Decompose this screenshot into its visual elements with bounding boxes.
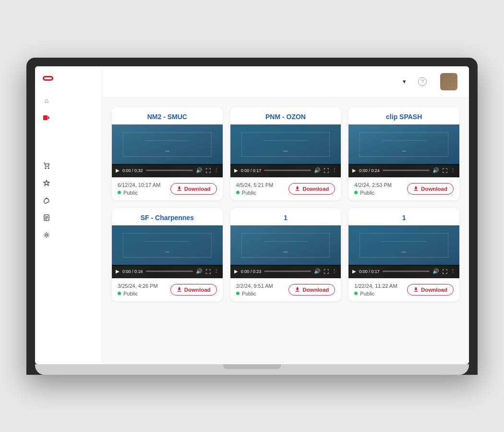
progress-bar[interactable]	[383, 271, 430, 272]
volume-icon[interactable]: 🔊	[432, 167, 439, 173]
download-button[interactable]: Download	[407, 284, 454, 296]
court-dash-line	[382, 140, 426, 141]
play-button[interactable]: ▶	[234, 168, 238, 173]
video-meta: 3/25/24, 4:26 PM Public	[118, 283, 158, 296]
video-thumbnail[interactable]: ▶ 0:00 / 0:23 🔊 ⛶ ⋮	[230, 225, 341, 278]
user-info[interactable]	[436, 73, 457, 90]
play-button[interactable]: ▶	[352, 168, 356, 173]
progress-bar[interactable]	[146, 271, 193, 272]
sidebar-item-setup-support[interactable]	[35, 227, 102, 243]
video-meta: 4/5/24, 5:21 PM Public	[236, 182, 274, 196]
video-time: 0:00 / 0:17	[359, 269, 380, 274]
video-date: 4/2/24, 2:53 PM	[354, 182, 392, 188]
volume-icon[interactable]: 🔊	[432, 268, 439, 274]
court-right-line	[448, 132, 448, 157]
download-icon	[295, 186, 300, 191]
video-thumbnail[interactable]: ▶ 0:00 / 0:16 🔊 ⛶ ⋮	[112, 225, 223, 278]
chevron-down-icon: ▾	[403, 78, 406, 85]
svg-rect-11	[414, 190, 418, 191]
video-status: Public	[236, 190, 274, 196]
orders-icon	[43, 162, 50, 170]
video-title: SF - Charpennes	[112, 208, 223, 225]
avatar[interactable]	[440, 73, 457, 90]
svg-point-8	[46, 234, 48, 236]
more-icon[interactable]: ⋮	[332, 268, 337, 274]
progress-bar[interactable]	[146, 170, 193, 171]
sidebar: ⌂	[35, 66, 102, 364]
video-time: 0:00 / 0:16	[122, 269, 143, 274]
court-center-line	[402, 151, 406, 151]
video-controls: ▶ 0:00 / 0:17 🔊 ⛶ ⋮	[348, 265, 459, 278]
fullscreen-icon[interactable]: ⛶	[205, 168, 211, 173]
fullscreen-icon[interactable]: ⛶	[324, 269, 329, 274]
status-dot	[236, 191, 240, 194]
progress-fill	[146, 271, 147, 272]
fullscreen-icon[interactable]: ⛶	[205, 269, 211, 274]
progress-bar[interactable]	[383, 170, 430, 171]
video-thumbnail[interactable]: ▶ 0:00 / 0:17 🔊 ⛶ ⋮	[230, 124, 341, 177]
laptop-frame: ⌂	[26, 58, 478, 375]
status-label: Public	[360, 291, 374, 296]
download-button[interactable]: Download	[288, 183, 335, 195]
download-button[interactable]: Download	[170, 183, 217, 195]
sidebar-subitem-play-app[interactable]	[35, 135, 102, 141]
sidebar-item-orders[interactable]	[35, 158, 102, 174]
progress-bar[interactable]	[264, 170, 311, 171]
download-button[interactable]: Download	[170, 284, 217, 296]
more-icon[interactable]: ⋮	[332, 167, 337, 173]
svg-point-3	[48, 168, 49, 169]
video-card-footer: 6/12/24, 10:17 AM Public Download	[112, 177, 223, 200]
play-button[interactable]: ▶	[352, 269, 356, 274]
volume-icon[interactable]: 🔊	[314, 167, 321, 173]
fullscreen-icon[interactable]: ⛶	[442, 168, 447, 173]
play-button[interactable]: ▶	[116, 168, 120, 173]
download-button[interactable]: Download	[407, 183, 454, 195]
court-dash-line	[264, 241, 308, 242]
video-card: NM2 - SMUC ▶ 0:00 / 0:32	[112, 107, 223, 200]
more-icon[interactable]: ⋮	[450, 268, 456, 274]
volume-icon[interactable]: 🔊	[314, 268, 321, 274]
svg-marker-1	[48, 116, 50, 119]
sidebar-item-articles[interactable]	[35, 210, 102, 226]
volume-icon[interactable]: 🔊	[196, 268, 203, 274]
sidebar-nav: ⌂	[35, 92, 102, 243]
court-left-line	[123, 233, 123, 258]
progress-bar[interactable]	[264, 271, 311, 272]
video-time: 0:00 / 0:23	[241, 269, 262, 274]
sidebar-subitem-setting[interactable]	[35, 150, 102, 157]
sidebar-subitem-planning[interactable]	[35, 127, 102, 134]
video-time: 0:00 / 0:24	[359, 168, 380, 173]
sidebar-item-videos[interactable]	[35, 110, 102, 126]
sidebar-subitem-replays[interactable]	[35, 142, 102, 149]
court-mid-line	[241, 156, 330, 157]
more-icon[interactable]: ⋮	[450, 167, 456, 173]
svg-rect-13	[296, 291, 300, 292]
more-icon[interactable]: ⋮	[214, 167, 219, 173]
video-thumbnail[interactable]: ▶ 0:00 / 0:32 🔊 ⛶ ⋮	[112, 124, 223, 177]
fullscreen-icon[interactable]: ⛶	[324, 168, 329, 173]
play-button[interactable]: ▶	[116, 269, 120, 274]
court-center-line	[402, 252, 406, 252]
status-dot	[118, 292, 121, 295]
support-button[interactable]: ?	[416, 77, 427, 86]
progress-fill	[146, 170, 147, 171]
play-button[interactable]: ▶	[234, 269, 238, 274]
sidebar-item-sponsorship[interactable]	[35, 192, 102, 209]
video-thumbnail[interactable]: ▶ 0:00 / 0:24 🔊 ⛶ ⋮	[348, 124, 459, 177]
fullscreen-icon[interactable]: ⛶	[442, 269, 447, 274]
sidebar-item-sport-center[interactable]: ⌂	[35, 92, 102, 109]
download-icon	[413, 186, 419, 191]
more-icon[interactable]: ⋮	[214, 268, 219, 274]
court-right-line	[448, 233, 448, 258]
court-center-line	[283, 252, 288, 252]
sidebar-item-competitions[interactable]	[35, 175, 102, 191]
volume-icon[interactable]: 🔊	[196, 167, 203, 173]
video-thumbnail[interactable]: ▶ 0:00 / 0:17 🔊 ⛶ ⋮	[348, 225, 459, 278]
court-center-line	[165, 151, 169, 151]
home-icon: ⌂	[43, 97, 50, 104]
video-date: 4/5/24, 5:21 PM	[236, 182, 274, 188]
download-button[interactable]: Download	[288, 284, 335, 296]
language-selector[interactable]: ▾	[401, 78, 406, 85]
video-controls: ▶ 0:00 / 0:17 🔊 ⛶ ⋮	[230, 164, 341, 177]
court-right-line	[329, 132, 330, 157]
